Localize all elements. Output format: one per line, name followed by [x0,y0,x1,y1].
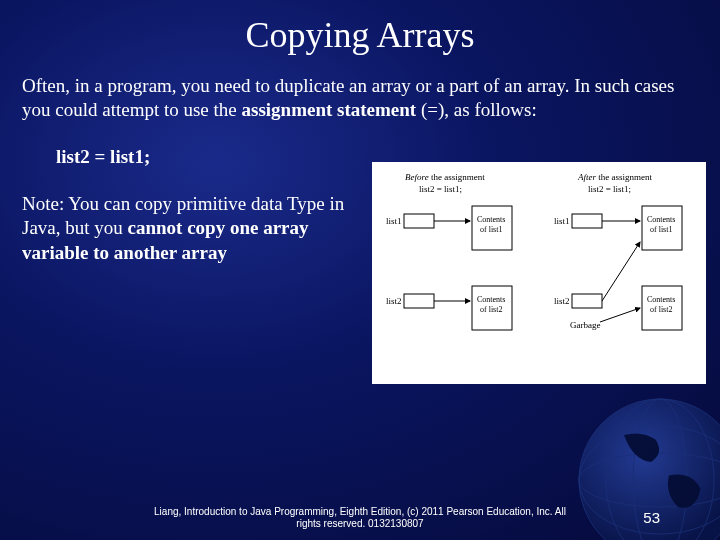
list2-label-l: list2 [386,296,402,306]
svg-line-14 [600,308,640,322]
para-bold: assignment statement [242,99,421,120]
c1b-r: of list1 [650,225,672,234]
c2b-r: of list2 [650,305,672,314]
footer-citation: Liang, Introduction to Java Programming,… [0,506,720,530]
svg-rect-11 [572,294,602,308]
c1b-l: of list1 [480,225,502,234]
after-italic: After [577,172,596,182]
list2-label-r: list2 [554,296,570,306]
c2a-l: Contents [477,295,505,304]
array-assignment-diagram: .lbl { font: italic 9px "Times New Roman… [372,162,706,384]
footer-line-1: Liang, Introduction to Java Programming,… [0,506,720,518]
after-rest: the assignment [596,172,652,182]
footer-line-2: rights reserved. 0132130807 [0,518,720,530]
c1a-r: Contents [647,215,675,224]
svg-rect-1 [404,214,434,228]
svg-line-12 [602,242,640,301]
intro-paragraph: Often, in a program, you need to duplica… [0,56,720,122]
svg-text:After the assignment: After the assignment [577,172,652,182]
note-paragraph: Note: You can copy primitive data Type i… [0,192,360,266]
c2b-l: of list2 [480,305,502,314]
slide-title: Copying Arrays [0,0,720,56]
list1-label-l: list1 [386,216,402,226]
before-italic: Before [405,172,429,182]
c1a-l: Contents [477,215,505,224]
stmt-right: list2 = list1; [588,184,631,194]
svg-point-17 [579,453,720,507]
svg-rect-8 [572,214,602,228]
list1-label-r: list1 [554,216,570,226]
garbage-label: Garbage [570,320,600,330]
svg-text:Before the assignment: Before the assignment [405,172,485,182]
c2a-r: Contents [647,295,675,304]
page-number: 53 [643,509,660,526]
svg-rect-4 [404,294,434,308]
para-text-2: (=), as follows: [421,99,537,120]
before-rest: the assignment [429,172,485,182]
stmt-left: list2 = list1; [419,184,462,194]
